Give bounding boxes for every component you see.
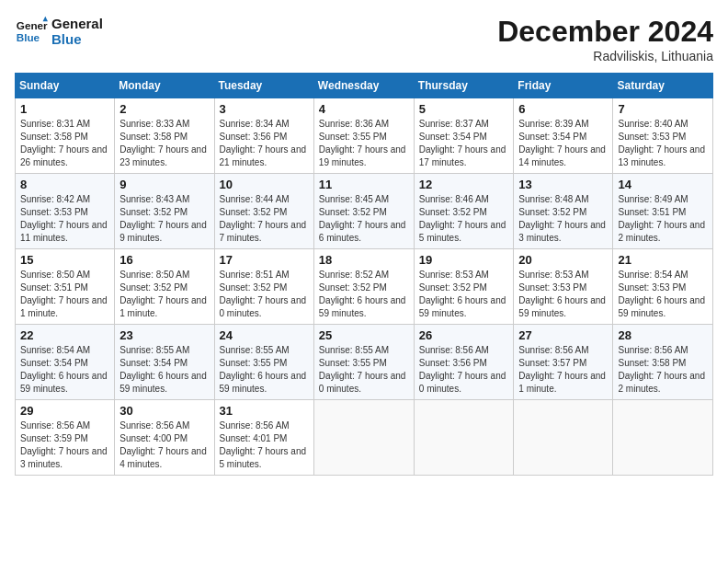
day-info: Sunrise: 8:42 AMSunset: 3:53 PMDaylight:… (20, 193, 109, 245)
day-info: Sunrise: 8:49 AMSunset: 3:51 PMDaylight:… (618, 193, 708, 245)
calendar-cell: 8Sunrise: 8:42 AMSunset: 3:53 PMDaylight… (16, 174, 115, 249)
calendar-cell: 20Sunrise: 8:53 AMSunset: 3:53 PMDayligh… (514, 249, 613, 325)
calendar-cell: 22Sunrise: 8:54 AMSunset: 3:54 PMDayligh… (16, 325, 115, 400)
calendar-cell (313, 400, 414, 476)
day-info: Sunrise: 8:36 AMSunset: 3:55 PMDaylight:… (319, 118, 409, 169)
day-number: 8 (20, 178, 109, 191)
day-number: 11 (319, 178, 409, 191)
day-number: 27 (518, 328, 608, 342)
column-header-thursday: Thursday (414, 74, 514, 98)
day-info: Sunrise: 8:54 AMSunset: 3:53 PMDaylight:… (618, 269, 708, 320)
day-info: Sunrise: 8:37 AMSunset: 3:54 PMDaylight:… (419, 118, 509, 169)
calendar-cell: 15Sunrise: 8:50 AMSunset: 3:51 PMDayligh… (16, 249, 115, 325)
day-info: Sunrise: 8:55 AMSunset: 3:55 PMDaylight:… (220, 344, 309, 396)
day-number: 1 (20, 102, 109, 116)
calendar-cell: 16Sunrise: 8:50 AMSunset: 3:52 PMDayligh… (115, 249, 214, 325)
calendar-cell: 30Sunrise: 8:56 AMSunset: 4:00 PMDayligh… (115, 400, 214, 476)
column-header-saturday: Saturday (613, 74, 713, 98)
day-number: 18 (319, 253, 409, 267)
day-number: 26 (419, 328, 509, 342)
day-info: Sunrise: 8:53 AMSunset: 3:53 PMDaylight:… (518, 269, 608, 320)
day-number: 3 (220, 102, 309, 116)
day-number: 14 (618, 178, 708, 191)
logo-icon: General Blue (15, 15, 48, 48)
day-number: 5 (419, 102, 509, 116)
day-info: Sunrise: 8:50 AMSunset: 3:51 PMDaylight:… (20, 269, 109, 320)
day-number: 29 (20, 404, 109, 418)
day-number: 10 (220, 178, 309, 191)
day-info: Sunrise: 8:44 AMSunset: 3:52 PMDaylight:… (220, 193, 309, 245)
day-info: Sunrise: 8:40 AMSunset: 3:53 PMDaylight:… (618, 118, 708, 169)
column-header-sunday: Sunday (16, 74, 115, 98)
day-number: 15 (20, 253, 109, 267)
day-number: 16 (119, 253, 209, 267)
calendar-cell (514, 400, 613, 476)
logo-text-blue: Blue (51, 31, 103, 47)
day-number: 17 (220, 253, 309, 267)
location-subtitle: Radviliskis, Lithuania (497, 49, 713, 63)
day-info: Sunrise: 8:43 AMSunset: 3:52 PMDaylight:… (119, 193, 209, 245)
calendar-cell: 2Sunrise: 8:33 AMSunset: 3:58 PMDaylight… (115, 98, 214, 174)
day-info: Sunrise: 8:56 AMSunset: 4:00 PMDaylight:… (119, 419, 209, 471)
day-info: Sunrise: 8:45 AMSunset: 3:52 PMDaylight:… (319, 193, 409, 245)
column-header-friday: Friday (514, 74, 613, 98)
calendar-cell: 18Sunrise: 8:52 AMSunset: 3:52 PMDayligh… (313, 249, 414, 325)
day-info: Sunrise: 8:56 AMSunset: 3:56 PMDaylight:… (419, 344, 509, 396)
calendar-header-row: SundayMondayTuesdayWednesdayThursdayFrid… (16, 74, 713, 98)
day-info: Sunrise: 8:34 AMSunset: 3:56 PMDaylight:… (220, 118, 309, 169)
day-number: 4 (319, 102, 409, 116)
calendar-cell: 14Sunrise: 8:49 AMSunset: 3:51 PMDayligh… (613, 174, 713, 249)
calendar-cell: 17Sunrise: 8:51 AMSunset: 3:52 PMDayligh… (214, 249, 313, 325)
day-number: 30 (119, 404, 209, 418)
calendar-cell: 24Sunrise: 8:55 AMSunset: 3:55 PMDayligh… (214, 325, 313, 400)
calendar-cell: 7Sunrise: 8:40 AMSunset: 3:53 PMDaylight… (613, 98, 713, 174)
day-info: Sunrise: 8:50 AMSunset: 3:52 PMDaylight:… (119, 269, 209, 320)
title-block: December 2024 Radviliskis, Lithuania (497, 15, 713, 63)
day-info: Sunrise: 8:56 AMSunset: 4:01 PMDaylight:… (220, 419, 309, 471)
calendar-cell: 11Sunrise: 8:45 AMSunset: 3:52 PMDayligh… (313, 174, 414, 249)
day-number: 22 (20, 328, 109, 342)
calendar-cell: 9Sunrise: 8:43 AMSunset: 3:52 PMDaylight… (115, 174, 214, 249)
column-header-monday: Monday (115, 74, 214, 98)
day-number: 6 (518, 102, 608, 116)
calendar-cell: 1Sunrise: 8:31 AMSunset: 3:58 PMDaylight… (16, 98, 115, 174)
day-number: 23 (119, 328, 209, 342)
calendar-week-row: 15Sunrise: 8:50 AMSunset: 3:51 PMDayligh… (16, 249, 713, 325)
day-info: Sunrise: 8:52 AMSunset: 3:52 PMDaylight:… (319, 269, 409, 320)
day-number: 25 (319, 328, 409, 342)
day-info: Sunrise: 8:56 AMSunset: 3:59 PMDaylight:… (20, 419, 109, 471)
day-number: 20 (518, 253, 608, 267)
calendar-table: SundayMondayTuesdayWednesdayThursdayFrid… (15, 73, 713, 476)
day-number: 12 (419, 178, 509, 191)
day-number: 13 (518, 178, 608, 191)
column-header-tuesday: Tuesday (214, 74, 313, 98)
day-number: 9 (119, 178, 209, 191)
day-info: Sunrise: 8:48 AMSunset: 3:52 PMDaylight:… (518, 193, 608, 245)
calendar-cell: 29Sunrise: 8:56 AMSunset: 3:59 PMDayligh… (16, 400, 115, 476)
calendar-cell: 4Sunrise: 8:36 AMSunset: 3:55 PMDaylight… (313, 98, 414, 174)
calendar-cell: 6Sunrise: 8:39 AMSunset: 3:54 PMDaylight… (514, 98, 613, 174)
day-number: 2 (119, 102, 209, 116)
day-info: Sunrise: 8:31 AMSunset: 3:58 PMDaylight:… (20, 118, 109, 169)
day-number: 24 (220, 328, 309, 342)
logo-text-general: General (51, 16, 103, 31)
day-number: 31 (220, 404, 309, 418)
day-info: Sunrise: 8:56 AMSunset: 3:57 PMDaylight:… (518, 344, 608, 396)
calendar-cell: 31Sunrise: 8:56 AMSunset: 4:01 PMDayligh… (214, 400, 313, 476)
calendar-week-row: 22Sunrise: 8:54 AMSunset: 3:54 PMDayligh… (16, 325, 713, 400)
month-title: December 2024 (497, 15, 713, 49)
day-info: Sunrise: 8:53 AMSunset: 3:52 PMDaylight:… (419, 269, 509, 320)
calendar-cell: 19Sunrise: 8:53 AMSunset: 3:52 PMDayligh… (414, 249, 514, 325)
calendar-cell: 28Sunrise: 8:56 AMSunset: 3:58 PMDayligh… (613, 325, 713, 400)
calendar-cell: 10Sunrise: 8:44 AMSunset: 3:52 PMDayligh… (214, 174, 313, 249)
day-info: Sunrise: 8:33 AMSunset: 3:58 PMDaylight:… (119, 118, 209, 169)
day-info: Sunrise: 8:55 AMSunset: 3:54 PMDaylight:… (119, 344, 209, 396)
logo: General Blue General Blue (15, 15, 103, 48)
calendar-cell: 25Sunrise: 8:55 AMSunset: 3:55 PMDayligh… (313, 325, 414, 400)
calendar-cell: 5Sunrise: 8:37 AMSunset: 3:54 PMDaylight… (414, 98, 514, 174)
calendar-cell (414, 400, 514, 476)
day-info: Sunrise: 8:55 AMSunset: 3:55 PMDaylight:… (319, 344, 409, 396)
calendar-cell: 26Sunrise: 8:56 AMSunset: 3:56 PMDayligh… (414, 325, 514, 400)
calendar-cell: 13Sunrise: 8:48 AMSunset: 3:52 PMDayligh… (514, 174, 613, 249)
day-info: Sunrise: 8:54 AMSunset: 3:54 PMDaylight:… (20, 344, 109, 396)
